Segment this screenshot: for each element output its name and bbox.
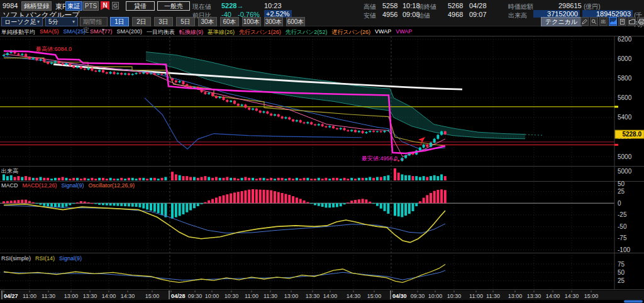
period-button-3日[interactable]: 3日 bbox=[154, 17, 173, 26]
tab-tse[interactable]: 東証 bbox=[65, 1, 82, 11]
volume-bar bbox=[84, 178, 86, 180]
candle-body bbox=[433, 139, 436, 143]
axis-label: 13:30 bbox=[527, 293, 541, 299]
candle-body bbox=[332, 126, 335, 128]
legend-item: Oscillator(12,26,9) bbox=[89, 182, 135, 189]
axis-label: 50 bbox=[618, 180, 625, 187]
volume-bar bbox=[186, 176, 188, 180]
candle-body bbox=[6, 53, 9, 55]
axis-label: -75 bbox=[618, 234, 627, 241]
macd-histogram-bar bbox=[310, 203, 313, 204]
volume-bar bbox=[62, 177, 64, 181]
candle-body bbox=[142, 72, 145, 74]
general-sell-button[interactable]: 一般売 bbox=[157, 1, 190, 11]
axis-label: -100 bbox=[618, 246, 630, 253]
axis-label: 14:30 bbox=[347, 293, 361, 299]
macd-histogram-bar bbox=[372, 203, 375, 204]
tab-pts[interactable]: PTS bbox=[83, 1, 99, 11]
candle-body bbox=[440, 131, 443, 135]
margin-button[interactable]: 貸借 bbox=[126, 1, 155, 11]
macd-histogram-bar bbox=[244, 190, 247, 203]
volume-bar bbox=[306, 178, 309, 180]
macd-histogram-bar bbox=[387, 203, 389, 214]
volume-bar bbox=[43, 178, 45, 180]
candle-body bbox=[175, 80, 177, 82]
period-button-600本[interactable]: 600本 bbox=[286, 17, 305, 26]
pencil-icon[interactable] bbox=[580, 17, 589, 26]
volume-bar bbox=[14, 177, 16, 181]
period-select-dropdown[interactable]: 期間指定▾ bbox=[80, 17, 108, 26]
register-symbol-button[interactable]: 銘柄登録 bbox=[21, 1, 52, 11]
macd-histogram-bar bbox=[106, 203, 108, 205]
news-flag-icon[interactable]: N bbox=[101, 1, 109, 10]
chart-plot-area[interactable] bbox=[0, 36, 614, 289]
scrollbar-thumb[interactable] bbox=[624, 300, 643, 303]
macd-legend: MACDMACD(12,26)Signal(9)Oscillator(12,26… bbox=[1, 182, 135, 189]
volume-bar bbox=[17, 176, 19, 180]
note-icon[interactable] bbox=[618, 17, 626, 26]
period-button-100本[interactable]: 100本 bbox=[242, 17, 261, 26]
macd-histogram-bar bbox=[226, 194, 228, 203]
macd-histogram-bar bbox=[433, 191, 436, 204]
candle-body bbox=[109, 72, 112, 74]
axis-label: 25 bbox=[618, 188, 625, 195]
candle-body bbox=[102, 70, 104, 72]
candle-body bbox=[58, 61, 60, 63]
macd-histogram-bar bbox=[336, 203, 338, 207]
candle-body bbox=[314, 124, 316, 126]
axis-label: 5228.0 bbox=[622, 131, 641, 138]
macd-histogram-bar bbox=[314, 203, 316, 205]
macd-histogram-bar bbox=[182, 203, 184, 214]
period-button-300本[interactable]: 300本 bbox=[264, 17, 283, 26]
candle-body bbox=[146, 72, 148, 74]
macd-histogram-bar bbox=[189, 203, 192, 210]
period-button-5日[interactable]: 5日 bbox=[176, 17, 195, 26]
period-button-30本[interactable]: 30本 bbox=[198, 17, 217, 26]
axis-label: 15:00 bbox=[584, 293, 599, 299]
open-value: 4968 bbox=[448, 11, 463, 18]
area-chart-icon[interactable] bbox=[609, 17, 617, 26]
technical-button[interactable]: テクニカル bbox=[541, 17, 582, 26]
zoom-icon[interactable] bbox=[590, 17, 598, 26]
macd-histogram-bar bbox=[186, 203, 188, 212]
printer-icon[interactable] bbox=[637, 17, 644, 26]
period-button-2日[interactable]: 2日 bbox=[132, 17, 151, 26]
candle-body bbox=[208, 93, 210, 94]
macd-histogram-bar bbox=[343, 203, 346, 204]
candle-body bbox=[321, 124, 324, 126]
axis-label: 10:00 bbox=[205, 293, 219, 299]
yellow-axis-tick bbox=[614, 106, 618, 107]
interval-dropdown[interactable]: 5分▾ bbox=[45, 17, 78, 26]
candle-body bbox=[419, 148, 421, 151]
legend-item: 先行スパン1(26) bbox=[239, 28, 281, 36]
volume-bar bbox=[175, 174, 177, 180]
candle-body bbox=[179, 81, 181, 82]
candle-body bbox=[288, 118, 291, 119]
period-button-1日[interactable]: 1日 bbox=[110, 17, 129, 26]
candle-body bbox=[32, 58, 35, 59]
macd-histogram-bar bbox=[193, 203, 196, 208]
macd-histogram-bar bbox=[3, 201, 5, 203]
macd-histogram-bar bbox=[14, 201, 16, 204]
macd-histogram-bar bbox=[32, 202, 35, 204]
chart-canvas[interactable]: 6200600058005600540052005000500050250-25… bbox=[0, 0, 644, 303]
folder-icon[interactable] bbox=[628, 17, 636, 26]
macd-histogram-bar bbox=[128, 203, 130, 206]
volume-bar bbox=[182, 176, 184, 180]
axis-label: 14:30 bbox=[121, 293, 135, 299]
volume-bar bbox=[142, 178, 145, 180]
legend-item: VWAP bbox=[396, 28, 412, 36]
axis-label: 13:30 bbox=[83, 293, 97, 299]
candle-body bbox=[444, 131, 447, 135]
volume-bar bbox=[266, 179, 269, 180]
chart-type-dropdown[interactable]: ローソク足▾ bbox=[1, 17, 43, 26]
volume-bar bbox=[219, 178, 221, 180]
volume-bar bbox=[444, 176, 447, 180]
legend-item: RSI(simple) bbox=[1, 255, 31, 262]
candle-body bbox=[328, 126, 331, 128]
volume-kanji-icon[interactable]: 出 bbox=[599, 17, 608, 26]
macd-histogram-bar bbox=[288, 195, 291, 203]
candle-body bbox=[404, 155, 407, 158]
macd-histogram-bar bbox=[376, 203, 379, 206]
period-button-60本[interactable]: 60本 bbox=[220, 17, 239, 26]
